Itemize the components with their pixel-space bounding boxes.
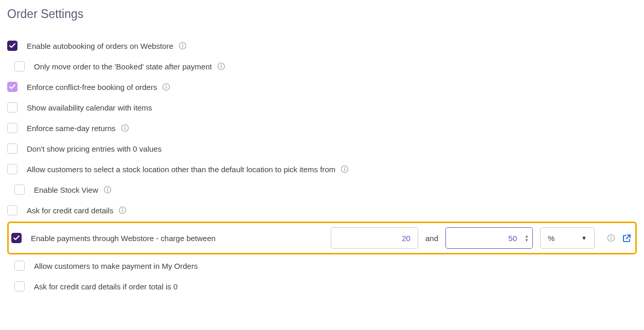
info-icon[interactable]: [178, 42, 187, 50]
spinner-up-icon[interactable]: ▲: [525, 234, 529, 238]
svg-rect-5: [221, 66, 221, 68]
checkbox-payment-myorders[interactable]: [14, 261, 25, 271]
charge-unit-value: %: [548, 234, 554, 243]
row-conflict-free: Enforce conflict-free booking of orders: [7, 77, 637, 97]
row-stock-view: Enable Stock View: [7, 179, 637, 200]
label-conflict-free: Enforce conflict-free booking of orders: [27, 83, 157, 91]
svg-point-22: [611, 236, 612, 237]
svg-rect-2: [182, 45, 183, 48]
row-ask-cc-zero: Ask for credit card details if order tot…: [7, 276, 637, 297]
checkbox-stock-view[interactable]: [14, 185, 25, 195]
svg-point-7: [166, 85, 167, 86]
checkbox-hide-zero-pricing[interactable]: [7, 143, 17, 154]
svg-rect-11: [124, 127, 125, 130]
svg-rect-14: [345, 169, 345, 171]
charge-range-group: and ▲ ▼ % ▼: [331, 227, 631, 249]
order-settings-list: Enable autobooking of orders on Webstore…: [7, 35, 637, 297]
checkbox-availability-calendar[interactable]: [7, 102, 17, 113]
label-enable-payments: Enable payments through Webstore - charg…: [31, 234, 216, 243]
info-icon[interactable]: [217, 62, 225, 70]
row-autobooking: Enable autobooking of orders on Webstore: [7, 35, 637, 56]
charge-min-input[interactable]: [331, 227, 418, 249]
row-same-day-returns: Enforce same-day returns: [7, 118, 637, 138]
row-enable-payments: Enable payments through Webstore - charg…: [7, 222, 637, 254]
svg-rect-23: [611, 237, 611, 240]
row-availability-calendar: Show availability calendar with items: [7, 97, 637, 118]
info-icon[interactable]: [118, 206, 127, 214]
label-stock-view: Enable Stock View: [34, 186, 98, 194]
svg-point-16: [107, 188, 108, 189]
label-same-day-returns: Enforce same-day returns: [27, 124, 116, 133]
svg-rect-17: [107, 189, 108, 192]
charge-unit-select[interactable]: % ▼: [540, 227, 595, 249]
svg-point-1: [182, 44, 183, 45]
checkbox-booked-after-payment[interactable]: [14, 61, 25, 71]
checkbox-ask-cc[interactable]: [7, 205, 17, 215]
info-icon[interactable]: [162, 83, 170, 91]
svg-point-13: [344, 167, 345, 168]
row-payment-myorders: Allow customers to make payment in My Or…: [7, 255, 637, 276]
page-title: Order Settings: [7, 7, 637, 21]
label-availability-calendar: Show availability calendar with items: [27, 103, 152, 112]
label-booked-after-payment: Only move order to the 'Booked' state af…: [34, 62, 212, 71]
and-label: and: [425, 234, 438, 243]
chevron-down-icon: ▼: [581, 235, 587, 241]
charge-max-spinner[interactable]: ▲ ▼: [525, 234, 529, 242]
checkbox-stock-location[interactable]: [7, 164, 17, 174]
row-stock-location: Allow customers to select a stock locati…: [7, 159, 637, 179]
checkbox-autobooking[interactable]: [7, 41, 17, 51]
svg-point-19: [122, 208, 123, 209]
row-hide-zero-pricing: Don't show pricing entries with 0 values: [7, 138, 637, 159]
info-icon[interactable]: [607, 234, 615, 242]
label-autobooking: Enable autobooking of orders on Webstore: [27, 42, 173, 50]
checkbox-ask-cc-zero[interactable]: [14, 281, 25, 291]
label-stock-location: Allow customers to select a stock locati…: [27, 165, 335, 174]
info-icon[interactable]: [103, 186, 112, 194]
checkbox-conflict-free[interactable]: [7, 82, 17, 92]
svg-rect-8: [166, 86, 167, 89]
svg-point-4: [221, 64, 222, 65]
checkbox-same-day-returns[interactable]: [7, 123, 17, 133]
row-booked-after-payment: Only move order to the 'Booked' state af…: [7, 56, 637, 77]
charge-max-input[interactable]: [445, 227, 533, 249]
external-link-icon[interactable]: [622, 234, 631, 243]
label-ask-cc: Ask for credit card details: [27, 206, 113, 215]
spinner-down-icon[interactable]: ▼: [525, 239, 529, 242]
checkbox-enable-payments[interactable]: [11, 233, 22, 243]
row-ask-cc: Ask for credit card details: [7, 200, 637, 221]
info-icon[interactable]: [341, 165, 349, 173]
info-icon[interactable]: [121, 124, 129, 132]
label-hide-zero-pricing: Don't show pricing entries with 0 values: [27, 144, 162, 153]
label-payment-myorders: Allow customers to make payment in My Or…: [34, 262, 198, 270]
label-ask-cc-zero: Ask for credit card details if order tot…: [34, 282, 177, 291]
svg-point-10: [124, 126, 126, 127]
svg-rect-20: [122, 210, 123, 212]
